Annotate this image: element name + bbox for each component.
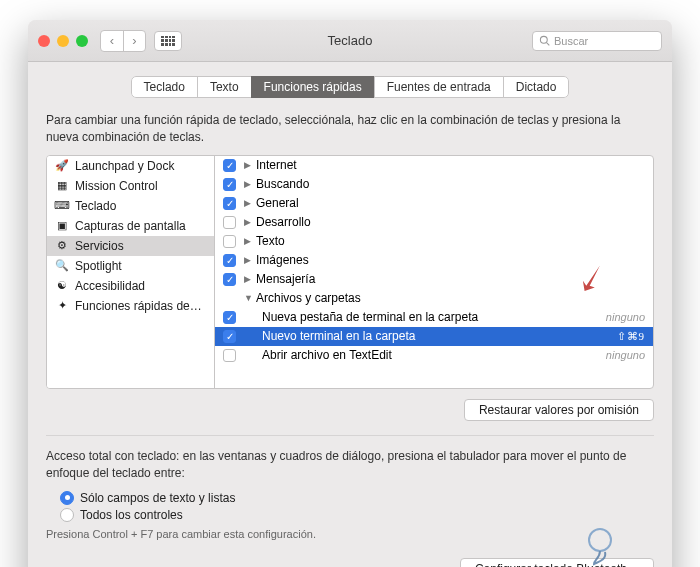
shortcut-row[interactable]: ✓Nuevo terminal en la carpeta⇧⌘9 xyxy=(215,327,653,346)
sidebar-item-launchpad[interactable]: 🚀Launchpad y Dock xyxy=(47,156,214,176)
shortcut-row[interactable]: ✓▶General xyxy=(215,194,653,213)
back-button[interactable]: ‹ xyxy=(101,31,123,51)
shortcut-row[interactable]: ▼Archivos y carpetas xyxy=(215,289,653,308)
shortcut-label: Buscando xyxy=(256,177,645,191)
checkbox[interactable]: ✓ xyxy=(223,330,236,343)
shortcut-row[interactable]: ▶Texto xyxy=(215,232,653,251)
bluetooth-keyboard-button[interactable]: Configurar teclado Bluetooth… xyxy=(460,558,654,567)
launchpad-icon: 🚀 xyxy=(55,159,69,173)
shortcut-row[interactable]: ✓▶Mensajería xyxy=(215,270,653,289)
keyboard-access-radiogroup: Sólo campos de texto y listasTodos los c… xyxy=(60,491,654,522)
sidebar-item-label: Teclado xyxy=(75,199,116,213)
content-area: TecladoTextoFunciones rápidasFuentes de … xyxy=(28,62,672,567)
restore-defaults-button[interactable]: Restaurar valores por omisión xyxy=(464,399,654,421)
sidebar-item-label: Spotlight xyxy=(75,259,122,273)
radio-option[interactable]: Todos los controles xyxy=(60,508,654,522)
tab-texto[interactable]: Texto xyxy=(197,76,252,98)
shortcut-label: Nueva pestaña de terminal en la carpeta xyxy=(262,310,606,324)
sidebar-item-funciones[interactable]: ✦Funciones rápidas de… xyxy=(47,296,214,316)
shortcut-label: Desarrollo xyxy=(256,215,645,229)
search-input[interactable]: Buscar xyxy=(532,31,662,51)
tab-funciones-rápidas[interactable]: Funciones rápidas xyxy=(251,76,375,98)
shortcut-key[interactable]: ninguno xyxy=(606,349,645,361)
tab-teclado[interactable]: Teclado xyxy=(131,76,198,98)
checkbox[interactable]: ✓ xyxy=(223,254,236,267)
shortcut-row[interactable]: ✓▶Internet xyxy=(215,156,653,175)
radio-icon xyxy=(60,508,74,522)
checkbox[interactable] xyxy=(223,349,236,362)
radio-label: Sólo campos de texto y listas xyxy=(80,491,235,505)
checkbox[interactable]: ✓ xyxy=(223,273,236,286)
disclosure-icon[interactable]: ▶ xyxy=(244,217,254,227)
checkbox[interactable]: ✓ xyxy=(223,159,236,172)
checkbox[interactable]: ✓ xyxy=(223,178,236,191)
tab-bar: TecladoTextoFunciones rápidasFuentes de … xyxy=(46,76,654,98)
preferences-window: ‹ › Teclado Buscar TecladoTextoFunciones… xyxy=(28,20,672,567)
traffic-lights xyxy=(38,35,88,47)
checkbox[interactable]: ✓ xyxy=(223,311,236,324)
disclosure-icon[interactable]: ▶ xyxy=(244,255,254,265)
grid-icon xyxy=(161,36,175,46)
shortcut-label: Internet xyxy=(256,158,645,172)
checkbox[interactable] xyxy=(223,216,236,229)
sidebar-item-accesibilidad[interactable]: ☯Accesibilidad xyxy=(47,276,214,296)
radio-option[interactable]: Sólo campos de texto y listas xyxy=(60,491,654,505)
shortcut-list: ✓▶Internet✓▶Buscando✓▶General▶Desarrollo… xyxy=(215,156,653,388)
sidebar-item-label: Funciones rápidas de… xyxy=(75,299,202,313)
shortcut-label: Texto xyxy=(256,234,645,248)
search-icon xyxy=(539,35,550,46)
tab-fuentes-de-entrada[interactable]: Fuentes de entrada xyxy=(374,76,504,98)
disclosure-icon[interactable]: ▶ xyxy=(244,236,254,246)
shortcut-label: Imágenes xyxy=(256,253,645,267)
shortcut-key[interactable]: ⇧⌘9 xyxy=(617,330,646,343)
sidebar-item-label: Launchpad y Dock xyxy=(75,159,174,173)
disclosure-icon[interactable]: ▼ xyxy=(244,293,254,303)
sidebar-item-servicios[interactable]: ⚙Servicios xyxy=(47,236,214,256)
checkbox[interactable] xyxy=(223,235,236,248)
disclosure-icon[interactable]: ▶ xyxy=(244,179,254,189)
zoom-icon[interactable] xyxy=(76,35,88,47)
spotlight-icon: 🔍 xyxy=(55,259,69,273)
category-sidebar: 🚀Launchpad y Dock▦Mission Control⌨Teclad… xyxy=(47,156,215,388)
disclosure-icon[interactable]: ▶ xyxy=(244,160,254,170)
window-title: Teclado xyxy=(328,33,373,48)
shortcut-label: General xyxy=(256,196,645,210)
shortcut-row[interactable]: ✓▶Buscando xyxy=(215,175,653,194)
screenshot-icon: ▣ xyxy=(55,219,69,233)
disclosure-icon[interactable]: ▶ xyxy=(244,274,254,284)
radio-icon xyxy=(60,491,74,505)
hint-text: Presiona Control + F7 para cambiar esta … xyxy=(46,528,654,540)
shortcut-label: Abrir archivo en TextEdit xyxy=(262,348,606,362)
access-icon: ☯ xyxy=(55,279,69,293)
shortcut-row[interactable]: ▶Desarrollo xyxy=(215,213,653,232)
shortcut-row[interactable]: ✓Nueva pestaña de terminal en la carpeta… xyxy=(215,308,653,327)
nav-buttons: ‹ › xyxy=(100,30,146,52)
shortcut-label: Nuevo terminal en la carpeta xyxy=(262,329,617,343)
sidebar-item-mission[interactable]: ▦Mission Control xyxy=(47,176,214,196)
shortcut-row[interactable]: Abrir archivo en TextEditninguno xyxy=(215,346,653,365)
tab-dictado[interactable]: Dictado xyxy=(503,76,570,98)
intro-text: Para cambiar una función rápida de tecla… xyxy=(46,112,654,147)
keyboard-icon: ⌨ xyxy=(55,199,69,213)
gear-icon: ⚙ xyxy=(55,239,69,253)
minimize-icon[interactable] xyxy=(57,35,69,47)
checkbox[interactable]: ✓ xyxy=(223,197,236,210)
titlebar: ‹ › Teclado Buscar xyxy=(28,20,672,62)
mission-icon: ▦ xyxy=(55,179,69,193)
shortcut-label: Mensajería xyxy=(256,272,645,286)
disclosure-icon[interactable]: ▶ xyxy=(244,198,254,208)
shortcut-row[interactable]: ✓▶Imágenes xyxy=(215,251,653,270)
show-all-button[interactable] xyxy=(154,31,182,51)
radio-label: Todos los controles xyxy=(80,508,183,522)
shortcut-label: Archivos y carpetas xyxy=(256,291,645,305)
forward-button[interactable]: › xyxy=(123,31,145,51)
svg-point-0 xyxy=(540,36,547,43)
sidebar-item-label: Mission Control xyxy=(75,179,158,193)
shortcut-panes: 🚀Launchpad y Dock▦Mission Control⌨Teclad… xyxy=(46,155,654,389)
sidebar-item-teclado[interactable]: ⌨Teclado xyxy=(47,196,214,216)
search-placeholder: Buscar xyxy=(554,35,588,47)
shortcut-key[interactable]: ninguno xyxy=(606,311,645,323)
sidebar-item-spotlight[interactable]: 🔍Spotlight xyxy=(47,256,214,276)
sidebar-item-capturas[interactable]: ▣Capturas de pantalla xyxy=(47,216,214,236)
close-icon[interactable] xyxy=(38,35,50,47)
